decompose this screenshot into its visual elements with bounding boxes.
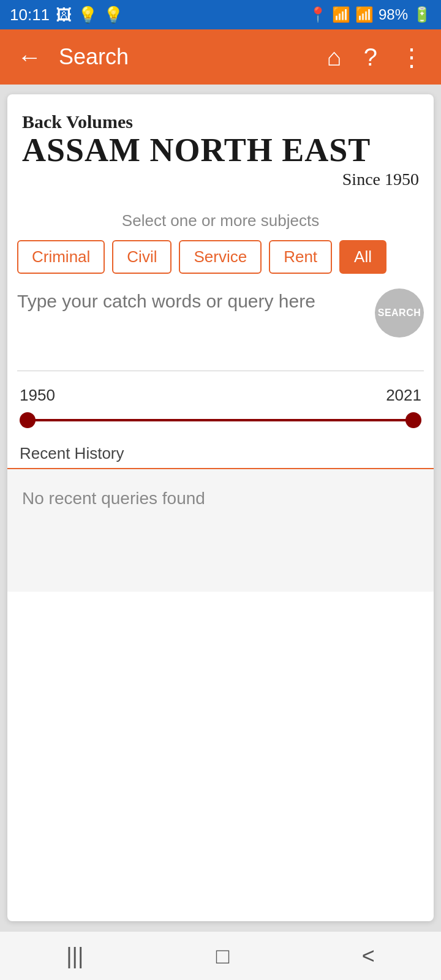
search-button[interactable]: SEARCH <box>375 288 424 337</box>
assam-title: ASSAM NORTH EAST <box>22 132 419 168</box>
status-time: 10:11 <box>10 6 50 24</box>
home-button[interactable]: ⌂ <box>322 39 347 76</box>
subject-btn-rent[interactable]: Rent <box>269 240 332 274</box>
menu-button[interactable]: ⋮ <box>394 38 429 76</box>
search-area: SEARCH <box>7 284 434 371</box>
main-card: Back Volumes ASSAM NORTH EAST Since 1950… <box>7 94 434 921</box>
search-button-label: SEARCH <box>378 307 421 318</box>
location-icon: 📍 <box>309 6 327 23</box>
status-bar-left: 10:11 🖼 💡 💡 <box>10 6 123 24</box>
lightbulb-icon-2: 💡 <box>104 6 123 24</box>
subject-btn-civil[interactable]: Civil <box>112 240 172 274</box>
signal-icon: 📶 <box>355 6 374 23</box>
status-bar-right: 📍 📶 📶 98% 🔋 <box>309 6 431 23</box>
select-prompt: Select one or more subjects <box>7 211 434 230</box>
bottom-nav: ||| □ < <box>0 931 441 980</box>
back-volumes-label: Back Volumes <box>22 111 419 132</box>
help-button[interactable]: ? <box>359 39 382 76</box>
back-button[interactable]: ← <box>12 39 47 76</box>
nav-home-icon[interactable]: □ <box>198 937 248 975</box>
range-thumb-right[interactable] <box>405 412 421 428</box>
year-range-section: 1950 2021 <box>7 381 434 439</box>
app-bar: ← Search ⌂ ? ⋮ <box>0 29 441 85</box>
since-label: Since 1950 <box>22 170 419 189</box>
battery-text: 98% <box>379 6 408 23</box>
subject-buttons: Criminal Civil Service Rent All <box>7 240 434 284</box>
app-bar-title: Search <box>59 44 310 70</box>
wifi-icon: 📶 <box>332 6 350 23</box>
subject-btn-criminal[interactable]: Criminal <box>17 240 105 274</box>
status-bar: 10:11 🖼 💡 💡 📍 📶 📶 98% 🔋 <box>0 0 441 29</box>
nav-menu-icon[interactable]: ||| <box>48 937 102 975</box>
range-track <box>20 419 421 421</box>
range-thumb-left[interactable] <box>20 412 36 428</box>
year-end: 2021 <box>386 386 421 405</box>
recent-history-header: Recent History <box>7 439 434 469</box>
subject-btn-all[interactable]: All <box>339 240 386 274</box>
year-labels: 1950 2021 <box>20 386 421 405</box>
image-icon: 🖼 <box>56 6 72 24</box>
header-section: Back Volumes ASSAM NORTH EAST Since 1950 <box>7 94 434 199</box>
subject-btn-service[interactable]: Service <box>179 240 262 274</box>
search-input[interactable] <box>17 284 424 371</box>
no-recent-message: No recent queries found <box>22 489 205 508</box>
year-start: 1950 <box>20 386 55 405</box>
lightbulb-icon-1: 💡 <box>78 6 97 24</box>
battery-icon: 🔋 <box>413 6 431 23</box>
nav-back-icon[interactable]: < <box>344 937 393 975</box>
search-underline <box>17 371 424 371</box>
year-range-slider[interactable] <box>20 411 421 429</box>
recent-history-content: No recent queries found <box>7 469 434 592</box>
